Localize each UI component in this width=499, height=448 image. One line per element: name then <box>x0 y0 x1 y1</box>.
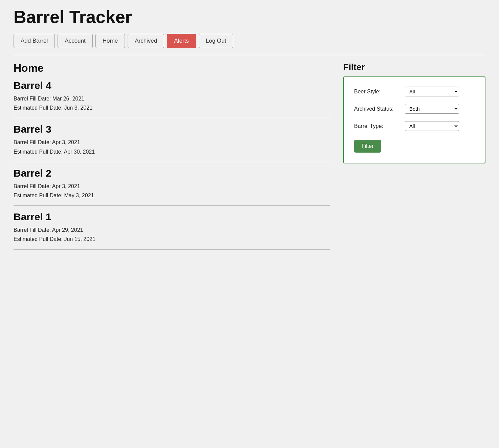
barrel-4-fill-date: Barrel Fill Date: Mar 26, 2021 <box>14 94 330 103</box>
archived-status-select[interactable]: Both Archived Not Archived <box>405 104 459 114</box>
barrel-type-row: Barrel Type: All Oak Bourbon Wine <box>354 121 475 131</box>
barrel-4-name: Barrel 4 <box>14 80 330 91</box>
barrel-divider-2-1 <box>14 205 330 206</box>
barrel-2-fill-date: Barrel Fill Date: Apr 3, 2021 <box>14 182 330 191</box>
beer-style-label: Beer Style: <box>354 89 402 95</box>
nav-bar: Add Barrel Account Home Archived Alerts … <box>14 34 485 48</box>
page-heading: Home <box>14 62 330 74</box>
barrel-3-fill-date: Barrel Fill Date: Apr 3, 2021 <box>14 138 330 147</box>
barrel-3-pull-date: Estimated Pull Date: Apr 30, 2021 <box>14 147 330 156</box>
filter-section: Filter Beer Style: All IPA Stout Lager A… <box>343 62 485 163</box>
account-button[interactable]: Account <box>58 34 92 48</box>
filter-box: Beer Style: All IPA Stout Lager Ale Arch… <box>343 76 485 163</box>
barrel-entry-4: Barrel 4 Barrel Fill Date: Mar 26, 2021 … <box>14 80 330 112</box>
barrel-1-fill-date: Barrel Fill Date: Apr 29, 2021 <box>14 225 330 234</box>
alerts-button[interactable]: Alerts <box>167 34 196 48</box>
barrel-1-name: Barrel 1 <box>14 211 330 223</box>
log-out-button[interactable]: Log Out <box>199 34 234 48</box>
barrel-divider-3-2 <box>14 162 330 162</box>
barrel-4-pull-date: Estimated Pull Date: Jun 3, 2021 <box>14 103 330 112</box>
barrel-entry-1: Barrel 1 Barrel Fill Date: Apr 29, 2021 … <box>14 211 330 244</box>
barrel-type-label: Barrel Type: <box>354 123 402 129</box>
barrel-2-pull-date: Estimated Pull Date: May 3, 2021 <box>14 191 330 200</box>
archived-button[interactable]: Archived <box>128 34 164 48</box>
barrel-type-select[interactable]: All Oak Bourbon Wine <box>405 121 459 131</box>
barrel-divider-4-3 <box>14 118 330 118</box>
beer-style-select[interactable]: All IPA Stout Lager Ale <box>405 87 459 96</box>
barrel-divider-bottom <box>14 249 330 250</box>
app-title: Barrel Tracker <box>14 7 485 27</box>
archived-status-row: Archived Status: Both Archived Not Archi… <box>354 104 475 114</box>
filter-button[interactable]: Filter <box>354 140 381 153</box>
add-barrel-button[interactable]: Add Barrel <box>14 34 55 48</box>
main-content: Home Barrel 4 Barrel Fill Date: Mar 26, … <box>14 62 485 255</box>
barrel-2-name: Barrel 2 <box>14 167 330 179</box>
barrel-list: Home Barrel 4 Barrel Fill Date: Mar 26, … <box>14 62 330 255</box>
barrel-3-name: Barrel 3 <box>14 124 330 135</box>
barrel-entry-2: Barrel 2 Barrel Fill Date: Apr 3, 2021 E… <box>14 167 330 200</box>
barrel-entry-3: Barrel 3 Barrel Fill Date: Apr 3, 2021 E… <box>14 124 330 156</box>
home-button[interactable]: Home <box>95 34 125 48</box>
nav-divider <box>14 55 485 55</box>
barrel-1-pull-date: Estimated Pull Date: Jun 15, 2021 <box>14 234 330 244</box>
filter-heading: Filter <box>343 62 485 72</box>
archived-status-label: Archived Status: <box>354 106 402 112</box>
beer-style-row: Beer Style: All IPA Stout Lager Ale <box>354 87 475 96</box>
